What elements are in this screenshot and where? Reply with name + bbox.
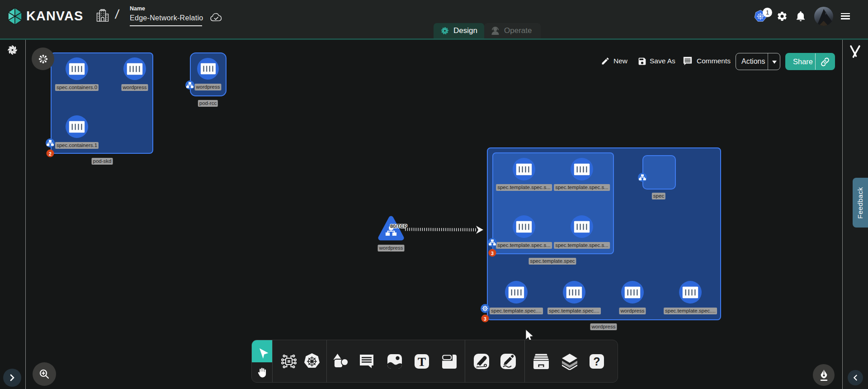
svg-text:?: ? xyxy=(593,355,600,368)
svg-text:T: T xyxy=(418,355,426,368)
